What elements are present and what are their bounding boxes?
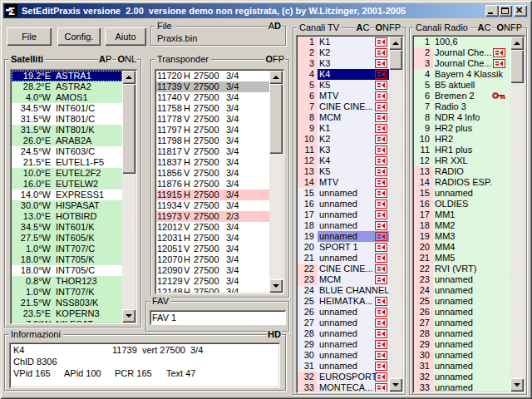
- satellite-row[interactable]: 31.5°WINT801/K: [12, 125, 122, 135]
- scroll-track[interactable]: [510, 50, 524, 378]
- transponder-row[interactable]: 11739V275003/4: [156, 81, 269, 92]
- close-button[interactable]: ✕: [514, 5, 527, 17]
- transponder-row[interactable]: 11797H275003/4: [156, 125, 269, 135]
- radio-group-hotkeys[interactable]: ACONFP: [477, 22, 523, 33]
- scroll-thumb[interactable]: [269, 84, 283, 154]
- scroll-thumb[interactable]: [510, 50, 524, 83]
- sort-hotkeys[interactable]: AC: [356, 22, 371, 33]
- radio-channel-row[interactable]: 9HR2 plus: [414, 123, 510, 134]
- radio-channel-row[interactable]: 11HR1 plus: [414, 145, 510, 155]
- tv-channel-row[interactable]: 23MCM: [298, 274, 389, 285]
- satellites-group-hotkeys[interactable]: APONL: [98, 54, 137, 65]
- satellite-row[interactable]: 13.0°EHOTBIRD: [12, 211, 122, 222]
- radio-scrollbar[interactable]: [510, 37, 524, 392]
- satellite-row[interactable]: 21.5°EEUTEL1-F5: [12, 157, 122, 168]
- tv-channel-row[interactable]: 20SPORT 1: [298, 242, 389, 253]
- radio-channel-row[interactable]: 12HR XXL: [414, 155, 510, 166]
- radio-channel-row[interactable]: 26unnamed: [414, 307, 510, 318]
- radio-channel-row[interactable]: 29unnamed: [414, 339, 510, 350]
- transponder-row[interactable]: 11934V275003/4: [156, 200, 269, 211]
- transponder-row[interactable]: 12012V275003/4: [156, 222, 269, 233]
- scroll-up-button[interactable]: [389, 37, 402, 50]
- sort-hotkeys[interactable]: AP: [98, 54, 112, 65]
- radio-channel-row[interactable]: 17MM1: [414, 209, 510, 220]
- satellite-row[interactable]: 0.8°WTHOR123: [12, 276, 122, 287]
- sort-hotkeys[interactable]: OFP: [264, 54, 285, 65]
- radio-channel-row[interactable]: 25unnamed: [414, 296, 510, 307]
- satellite-row[interactable]: 21.5°WNSS803/K: [12, 298, 122, 308]
- transponder-row[interactable]: 11837H275003/4: [156, 157, 269, 168]
- tv-channel-row[interactable]: 24BLUE CHANNEL: [298, 285, 389, 296]
- satellite-row[interactable]: 18.0°WINT705/C: [12, 265, 122, 276]
- satellite-row[interactable]: 18.0°WINT705/K: [12, 254, 122, 265]
- radio-channel-row[interactable]: 8NDR 4 Info: [414, 112, 510, 123]
- tv-channel-row[interactable]: 14MTV: [298, 177, 389, 188]
- radio-channel-row[interactable]: 3Journal Che...: [414, 58, 510, 69]
- transponder-row[interactable]: 12129V275003/4: [156, 276, 269, 287]
- radio-channel-row[interactable]: 7Radio 3: [414, 101, 510, 112]
- sort-hotkeys[interactable]: AD: [268, 21, 282, 32]
- tv-channel-row[interactable]: 1K1: [298, 37, 389, 47]
- radio-channel-row[interactable]: 13RADIO: [414, 166, 510, 177]
- sort-hotkeys[interactable]: ONFP: [495, 22, 523, 33]
- satellite-row[interactable]: 24.5°WINT603/C: [12, 146, 122, 157]
- tv-channel-row[interactable]: 12K4: [298, 155, 389, 166]
- satellite-row[interactable]: 31.5°WINT801/C: [12, 114, 122, 125]
- transponder-row[interactable]: 11720H275003/4: [156, 71, 269, 81]
- tv-channel-row[interactable]: 16unnamed: [298, 199, 389, 209]
- transponder-row[interactable]: 11876H275003/4: [156, 179, 269, 190]
- config-button[interactable]: Config.: [57, 27, 101, 46]
- scroll-track[interactable]: [389, 50, 402, 378]
- tv-channel-row[interactable]: 29unnamed: [298, 339, 389, 350]
- radio-channel-row[interactable]: 32unnamed: [414, 372, 510, 382]
- sort-hotkeys[interactable]: AC: [477, 22, 492, 33]
- transponder-group-hotkeys[interactable]: OFP: [264, 54, 285, 65]
- transponder-row[interactable]: 12148H275003/4: [156, 287, 269, 293]
- radio-channel-row[interactable]: 28unnamed: [414, 328, 510, 339]
- file-button[interactable]: File: [7, 27, 52, 46]
- info-group-hotkeys[interactable]: HD: [267, 329, 282, 340]
- satellite-row[interactable]: 28.2°EASTRA2: [12, 81, 122, 92]
- transponder-row[interactable]: 11740V275003/4: [156, 92, 269, 103]
- tv-channel-row[interactable]: 25HEIMATKA...: [298, 296, 389, 307]
- scroll-thumb[interactable]: [122, 84, 135, 174]
- radio-channel-row[interactable]: 4Bayern 4 Klassik: [414, 69, 510, 80]
- satellite-row[interactable]: 7.0°WNILESAT: [12, 319, 122, 323]
- radio-channel-row[interactable]: 15unnamed: [414, 188, 510, 199]
- satellite-row[interactable]: 10.0°EEUTEL2F2: [12, 168, 122, 179]
- tv-channel-row[interactable]: 2K2: [298, 47, 389, 58]
- satellite-row[interactable]: 27.5°WINT605/K: [12, 233, 122, 244]
- scroll-down-button[interactable]: [389, 378, 402, 392]
- tv-channel-row[interactable]: 7CINE CINE...: [298, 101, 389, 112]
- transponder-row[interactable]: 11973V275002/3: [156, 211, 269, 222]
- fav-select[interactable]: FAV 1: [150, 310, 286, 325]
- tv-channel-row[interactable]: 32EUROSPORT: [298, 372, 389, 382]
- file-group-hotkeys[interactable]: AD: [268, 21, 282, 32]
- scroll-up-button[interactable]: [510, 37, 524, 50]
- tv-channel-row[interactable]: 4K4: [298, 69, 389, 80]
- tv-channel-row[interactable]: 6MTV: [298, 91, 389, 101]
- maximize-button[interactable]: [499, 5, 512, 17]
- tv-channel-row[interactable]: 9K1: [298, 123, 389, 134]
- tv-channel-row[interactable]: 13K5: [298, 166, 389, 177]
- satellites-scrollbar[interactable]: [122, 71, 135, 323]
- satellite-row[interactable]: 23.5°EKOPERN3: [12, 308, 122, 319]
- transponder-row[interactable]: 11758H275003/4: [156, 103, 269, 114]
- radio-channel-row[interactable]: 30unnamed: [414, 350, 510, 361]
- satellite-row[interactable]: 34.5°WINT601/C: [12, 103, 122, 114]
- tv-channel-row[interactable]: 21unnamed: [298, 253, 389, 264]
- scroll-up-button[interactable]: [122, 71, 135, 84]
- tv-channel-row[interactable]: 22CINE CINE...: [298, 264, 389, 274]
- radio-channel-row[interactable]: 5B5 aktuell: [414, 80, 510, 91]
- radio-channel-row[interactable]: 10HR2: [414, 134, 510, 145]
- tv-channel-row[interactable]: 30unnamed: [298, 350, 389, 361]
- transponder-row[interactable]: 11856V275003/4: [156, 168, 269, 179]
- tv-channel-row[interactable]: 3K3: [298, 58, 389, 69]
- tv-channel-row[interactable]: 19unnamed: [298, 231, 389, 242]
- scroll-down-button[interactable]: [269, 279, 283, 293]
- transponder-row[interactable]: 12090V275003/4: [156, 265, 269, 276]
- satellite-row[interactable]: 14.0°WEXPRESS1: [12, 190, 122, 200]
- radio-channel-row[interactable]: 27unnamed: [414, 318, 510, 328]
- scroll-down-button[interactable]: [510, 378, 524, 392]
- tv-scrollbar[interactable]: [389, 37, 402, 392]
